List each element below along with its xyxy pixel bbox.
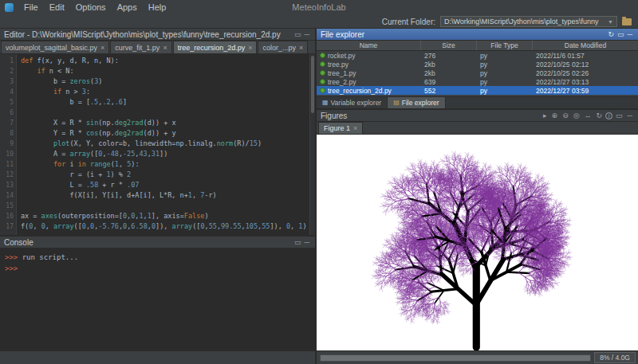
code-token: cos [86, 129, 98, 137]
bottom-tab-file-explorer[interactable]: ▤File explorer [388, 97, 445, 108]
code-token: axes [41, 212, 57, 220]
code-token: A = [21, 150, 69, 158]
code-token: -5.76 [98, 222, 119, 230]
code-editor[interactable]: 1234567891011121314151617 def f(x, y, d,… [0, 54, 315, 235]
file-row-tree-1-py[interactable]: tree_1.py2kbpy2022/10/25 02:26 [317, 68, 638, 77]
browse-folder-icon[interactable] [622, 18, 632, 25]
code-token: ]), [156, 222, 171, 230]
menu-item-file[interactable]: File [18, 2, 44, 12]
file-date-modified: 2022/11/6 01:57 [533, 52, 638, 60]
code-token: 55 [209, 222, 217, 230]
python-file-icon [320, 70, 325, 76]
file-type: py [477, 87, 533, 95]
code-token: -48 [107, 150, 119, 158]
identify-icon[interactable]: i [605, 112, 612, 119]
column-header-size[interactable]: Size [421, 41, 477, 50]
zoom-in-icon[interactable]: ⊕ [550, 112, 560, 120]
editor-tab-color-py[interactable]: color_...py× [258, 41, 308, 53]
figure-canvas[interactable] [317, 135, 638, 350]
memory-indicator[interactable]: 8% / 4.0G [594, 352, 636, 363]
code-token: ) [258, 139, 262, 147]
console-prompt: >>> [5, 253, 18, 261]
column-header-date-modified[interactable]: Date Modified [533, 41, 638, 50]
figures-panel: Figures ▸⊕⊖◎↔↻i▭─ Figure 1× [317, 108, 638, 350]
minimize-panel-icon[interactable]: ─ [303, 30, 311, 39]
file-row-tree-py[interactable]: tree.py2kbpy2022/10/25 02:12 [317, 60, 638, 68]
code-token: -25 [123, 150, 135, 158]
close-icon[interactable]: × [299, 44, 303, 52]
code-line [21, 108, 309, 118]
editor-tab-tree-recursion-2d-py[interactable]: tree_recursion_2d.py× [173, 41, 258, 53]
float-panel-icon[interactable]: ▭ [614, 112, 624, 120]
console-title-bar: Console ▭─ [0, 237, 315, 249]
current-folder-row: Current Folder: D:\Working\MIScript\Jyth… [0, 14, 638, 29]
python-file-icon [320, 53, 325, 58]
editor-tab-curve-fit-1-py[interactable]: curve_fit_1.py× [110, 41, 171, 53]
code-token: ] [123, 98, 127, 106]
file-type: py [477, 69, 533, 77]
close-icon[interactable]: × [163, 44, 167, 52]
editor-scrollbar[interactable] [309, 54, 315, 235]
menu-item-edit[interactable]: Edit [44, 2, 70, 12]
code-token: .58 [86, 181, 98, 189]
code-token: r = (i + [21, 170, 106, 178]
chevron-down-icon[interactable]: ▼ [608, 19, 613, 25]
left-column: Editor - D:\Working\MIScript\Jython\mis\… [0, 29, 317, 350]
rotate-icon[interactable]: ↻ [595, 112, 605, 120]
full-extent-icon[interactable]: ◎ [572, 112, 581, 120]
scrollbar-thumb[interactable] [311, 56, 314, 113]
main-area: Editor - D:\Working\MIScript\Jython\mis\… [0, 29, 638, 350]
menu-item-apps[interactable]: Apps [112, 2, 143, 12]
minimize-panel-icon[interactable]: ─ [626, 30, 634, 39]
code-token: , [119, 160, 127, 168]
code-token: (d)) + x [144, 119, 176, 127]
minimize-panel-icon[interactable]: ─ [626, 112, 634, 120]
column-header-name[interactable]: Name [317, 41, 421, 50]
column-header-file-type[interactable]: File Type [477, 41, 533, 50]
file-row-tree-2-py[interactable]: tree_2.py639py2022/12/27 03:13 [317, 77, 638, 86]
file-explorer-panel: File explorer ↻▭─ NameSizeFile TypeDate … [317, 29, 638, 108]
tab-label: tree_recursion_2d.py [178, 44, 246, 52]
console-output[interactable]: >>> run script...>>> [0, 249, 315, 350]
code-token: ]), [270, 222, 286, 230]
refresh-icon[interactable]: ↻ [607, 30, 616, 39]
bottom-tab-variable-explorer[interactable]: ▦Variable explorer [317, 97, 388, 108]
figure-tab-figure-1[interactable]: Figure 1× [318, 122, 363, 134]
code-token: ax = [21, 212, 41, 220]
code-token: if [53, 88, 61, 96]
float-panel-icon[interactable]: ▭ [293, 238, 303, 247]
code-token: if [37, 67, 45, 75]
file-table-rows: rocket.py276py2022/11/6 01:57tree.py2kbp… [317, 51, 638, 96]
close-icon[interactable]: × [353, 124, 357, 132]
code-line: Y = R * cos(np.deg2rad(d)) + y [21, 128, 309, 139]
line-number: 14 [0, 190, 14, 201]
close-icon[interactable]: × [100, 44, 104, 52]
code-token: ]) [160, 150, 167, 158]
menu-item-help[interactable]: Help [143, 2, 172, 12]
code-token: ) [98, 77, 102, 85]
code-line: if n > 3: [21, 87, 309, 97]
tab-label: color_...py [262, 44, 296, 52]
code-pane[interactable]: def f(x, y, d, R, n, N): if n < N: b = z… [17, 54, 309, 235]
figures-title-bar: Figures ▸⊕⊖◎↔↻i▭─ [317, 110, 638, 122]
file-row-rocket-py[interactable]: rocket.py276py2022/11/6 01:57 [317, 51, 638, 60]
file-row-tree-recursion-2d-py[interactable]: tree_recursion_2d.py552py2022/12/27 03:5… [317, 86, 638, 95]
float-panel-icon[interactable]: ▭ [616, 30, 626, 39]
minimize-panel-icon[interactable]: ─ [303, 238, 311, 247]
menu-item-options[interactable]: Options [70, 2, 112, 12]
line-number: 6 [0, 108, 14, 118]
close-icon[interactable]: × [248, 44, 252, 52]
code-token: deg2rad [115, 129, 144, 137]
file-type: py [477, 52, 533, 60]
code-token: 55 [262, 222, 270, 230]
zoom-out-icon[interactable]: ⊖ [561, 112, 570, 120]
current-folder-combobox[interactable]: D:\Working\MIScript\Jython\mis\plot_type… [440, 16, 617, 27]
float-panel-icon[interactable]: ▭ [293, 30, 303, 39]
code-token: b = [ [21, 98, 90, 106]
code-token: (R)/ [233, 139, 249, 147]
pan-icon[interactable]: ↔ [583, 112, 593, 120]
select-cursor-icon[interactable]: ▸ [542, 112, 549, 120]
editor-tab-volumeplot-sagittal-basic-py[interactable]: volumeplot_sagittal_basic.py× [1, 41, 109, 53]
code-token: 31 [152, 150, 160, 158]
code-token: 105 [246, 222, 258, 230]
